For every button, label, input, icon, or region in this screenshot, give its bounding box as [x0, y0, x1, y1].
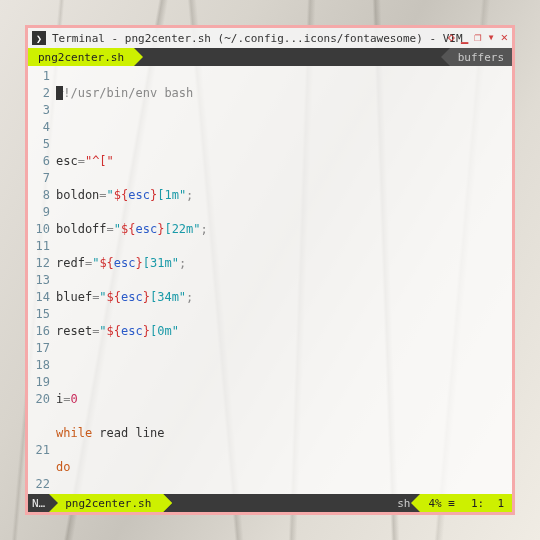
line-number: 12	[28, 255, 50, 272]
tab-spacer	[134, 48, 450, 66]
line-number: 14	[28, 289, 50, 306]
editor-area[interactable]: 12345678910111213141516171819202122 #!/u…	[28, 66, 512, 494]
line-number: 18	[28, 357, 50, 374]
status-position: 1: 1	[463, 494, 512, 512]
status-filename: png2center.sh	[49, 494, 163, 512]
close-icon[interactable]: ✕	[501, 30, 508, 44]
window-title: Terminal - png2center.sh (~/.config...ic…	[52, 32, 463, 45]
pin-icon[interactable]: ◇	[448, 30, 455, 44]
line-number	[28, 459, 50, 476]
line-number: 13	[28, 272, 50, 289]
status-percent: 4% ≡	[420, 494, 463, 512]
maximize-icon[interactable]: ▾	[488, 30, 495, 44]
line-number: 5	[28, 136, 50, 153]
line-number: 10	[28, 221, 50, 238]
line-number-gutter: 12345678910111213141516171819202122	[28, 66, 56, 494]
line-number: 2	[28, 85, 50, 102]
line-number	[28, 408, 50, 425]
status-spacer	[163, 494, 387, 512]
line-number: 17	[28, 340, 50, 357]
tab-buffers[interactable]: buffers	[450, 48, 512, 66]
line-number: 21	[28, 442, 50, 459]
minimize-icon[interactable]: ▁	[461, 30, 468, 44]
line-number: 16	[28, 323, 50, 340]
titlebar[interactable]: Terminal - png2center.sh (~/.config...ic…	[28, 28, 512, 48]
statusbar: N… png2center.sh sh 4% ≡ 1: 1	[28, 494, 512, 512]
terminal-window: Terminal - png2center.sh (~/.config...ic…	[25, 25, 515, 515]
code-content[interactable]: #!/usr/bin/env bash esc="^[" boldon="${e…	[56, 66, 512, 494]
line-number: 4	[28, 119, 50, 136]
tab-label: buffers	[458, 51, 504, 64]
restore-icon[interactable]: ❐	[474, 30, 481, 44]
line-number: 9	[28, 204, 50, 221]
tab-active[interactable]: png2center.sh	[28, 48, 134, 66]
status-mode: N…	[28, 494, 49, 512]
line-number: 3	[28, 102, 50, 119]
line-number: 22	[28, 476, 50, 493]
terminal-icon	[32, 31, 46, 45]
line-number: 11	[28, 238, 50, 255]
line-number: 8	[28, 187, 50, 204]
line-number	[28, 425, 50, 442]
line-number: 7	[28, 170, 50, 187]
line-number: 15	[28, 306, 50, 323]
status-filetype: sh	[387, 494, 420, 512]
window-controls: ◇ ▁ ❐ ▾ ✕	[448, 30, 508, 44]
line-number: 20	[28, 391, 50, 408]
buffer-tabbar: png2center.sh buffers	[28, 48, 512, 66]
line-number: 19	[28, 374, 50, 391]
line-number: 6	[28, 153, 50, 170]
line-number: 1	[28, 68, 50, 85]
tab-label: png2center.sh	[38, 51, 124, 64]
